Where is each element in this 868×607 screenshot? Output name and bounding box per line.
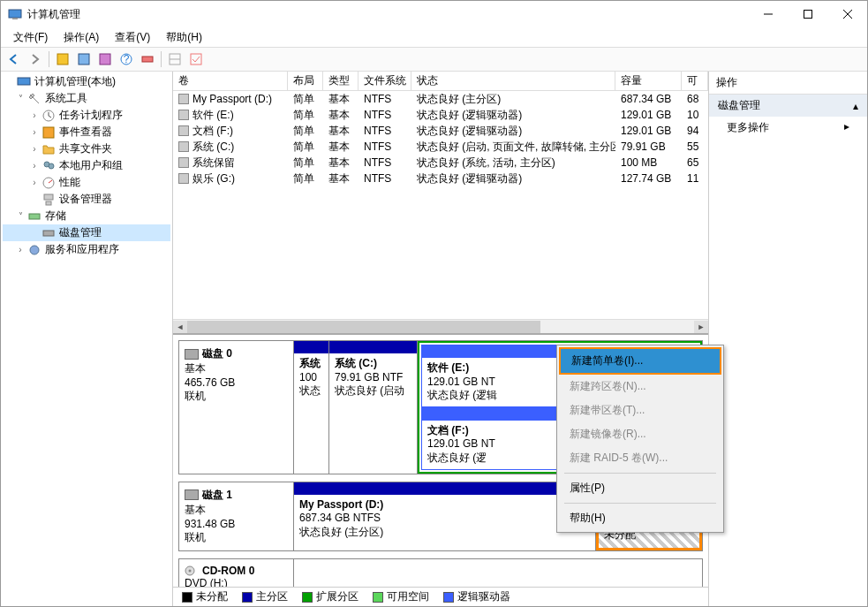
tree-event-viewer[interactable]: › 事件查看器: [3, 124, 170, 140]
menu-help[interactable]: 帮助(H): [159, 28, 209, 47]
back-button[interactable]: [4, 49, 24, 69]
partition-f[interactable]: 文档 (F:) 129.01 GB NT 状态良好 (逻: [421, 407, 560, 470]
disk1-size: 931.48 GB: [185, 518, 288, 530]
ctx-new-spanned-volume: 新建跨区卷(N)...: [559, 375, 721, 398]
help-button[interactable]: ?: [117, 49, 136, 69]
titlebar: 计算机管理: [1, 1, 867, 27]
volume-row[interactable]: 软件 (E:)简单基本NTFS状态良好 (逻辑驱动器)129.01 GB10: [173, 107, 708, 123]
services-icon: [27, 243, 42, 257]
partition-e[interactable]: 软件 (E:) 129.01 GB NT 状态良好 (逻辑: [421, 345, 560, 407]
disk-icon: [42, 226, 56, 240]
disk0-info[interactable]: 磁盘 0 基本 465.76 GB 联机: [179, 341, 294, 474]
partition-d[interactable]: My Passport (D:) 687.34 GB NTFS 状态良好 (主分…: [294, 482, 596, 550]
volume-capacity: 127.74 GB: [615, 171, 682, 186]
disk1-info[interactable]: 磁盘 1 基本 931.48 GB 联机: [179, 482, 294, 550]
tree-system-tools[interactable]: ˅ 系统工具: [3, 90, 170, 107]
toolbar-icon[interactable]: [138, 49, 157, 69]
col-type[interactable]: 类型: [323, 72, 359, 90]
minimize-button[interactable]: [748, 1, 788, 27]
app-icon: [8, 7, 22, 21]
toolbar-icon[interactable]: [53, 49, 72, 69]
tree-label: 性能: [59, 175, 80, 190]
volume-row[interactable]: 系统 (C:)简单基本NTFS状态良好 (启动, 页面文件, 故障转储, 主分区…: [173, 139, 708, 155]
ctx-help[interactable]: 帮助(H): [559, 506, 721, 530]
close-button[interactable]: [827, 1, 867, 27]
menu-view[interactable]: 查看(V): [108, 28, 157, 47]
col-capacity[interactable]: 容量: [615, 72, 682, 90]
volume-status: 状态良好 (逻辑驱动器): [411, 107, 615, 124]
volume-icon: [178, 125, 189, 136]
horizontal-scrollbar[interactable]: ◄ ►: [173, 319, 708, 333]
col-status[interactable]: 状态: [411, 72, 615, 90]
volume-type: 基本: [323, 139, 359, 156]
col-volume[interactable]: 卷: [173, 72, 288, 90]
actions-pane: 操作 磁盘管理 ▴ 更多操作 ▸: [708, 72, 867, 606]
volume-type: 基本: [323, 107, 359, 124]
disk-row-cdrom: CD-ROM 0 DVD (H:): [178, 558, 703, 587]
scroll-left-icon[interactable]: ◄: [173, 321, 187, 333]
tree-shared-folders[interactable]: › 共享文件夹: [3, 140, 170, 157]
volume-row[interactable]: 娱乐 (G:)简单基本NTFS状态良好 (逻辑驱动器)127.74 GB11: [173, 171, 708, 186]
tree-local-users[interactable]: › 本地用户和组: [3, 157, 170, 174]
scroll-right-icon[interactable]: ►: [694, 321, 708, 333]
legend-unallocated: 未分配: [196, 589, 228, 604]
scroll-thumb[interactable]: [187, 321, 540, 333]
menubar: 文件(F) 操作(A) 查看(V) 帮助(H): [1, 27, 867, 47]
perf-icon: [42, 176, 56, 190]
toolbar-icon[interactable]: [74, 49, 94, 69]
actions-more[interactable]: 更多操作 ▸: [709, 117, 867, 139]
actions-header: 操作: [709, 72, 867, 95]
tools-icon: [27, 92, 42, 106]
col-layout[interactable]: 布局: [288, 72, 323, 90]
clock-icon: [42, 109, 56, 123]
partition-reserved[interactable]: 系统 100 状态: [294, 341, 329, 474]
tree-disk-management[interactable]: › 磁盘管理: [3, 224, 170, 241]
volume-row[interactable]: My Passport (D:)简单基本NTFS状态良好 (主分区)687.34…: [173, 91, 708, 107]
volume-free: 68: [682, 92, 708, 106]
menu-action[interactable]: 操作(A): [57, 28, 106, 47]
volume-capacity: 79.91 GB: [615, 140, 682, 154]
volume-name: 文档 (F:): [192, 124, 233, 139]
ctx-new-striped-volume: 新建带区卷(T)...: [559, 398, 721, 422]
tree-pane: ▸ 计算机管理(本地) ˅ 系统工具 › 任务计划程序 › 事件查看器 ›: [1, 72, 173, 606]
tree-root[interactable]: ▸ 计算机管理(本地): [3, 73, 170, 90]
svg-rect-17: [43, 127, 54, 138]
svg-rect-3: [804, 11, 811, 19]
col-filesystem[interactable]: 文件系统: [359, 72, 411, 90]
forward-button[interactable]: [26, 49, 45, 69]
tree-performance[interactable]: › 性能: [3, 174, 170, 191]
menu-file[interactable]: 文件(F): [6, 28, 55, 47]
volume-row[interactable]: 系统保留简单基本NTFS状态良好 (系统, 活动, 主分区)100 MB65: [173, 155, 708, 171]
ctx-properties[interactable]: 属性(P): [559, 476, 721, 500]
toolbar-icon[interactable]: [186, 49, 206, 69]
actions-more-label: 更多操作: [727, 120, 769, 135]
tree-label: 本地用户和组: [59, 158, 123, 173]
tree-storage[interactable]: ˅ 存储: [3, 208, 170, 224]
tree-services-apps[interactable]: › 服务和应用程序: [3, 241, 170, 258]
volume-row[interactable]: 文档 (F:)简单基本NTFS状态良好 (逻辑驱动器)129.01 GB94: [173, 123, 708, 139]
ctx-new-simple-volume[interactable]: 新建简单卷(I)...: [559, 347, 721, 375]
volume-type: 基本: [323, 91, 359, 108]
chevron-right-icon: ▸: [844, 120, 849, 135]
toolbar-icon[interactable]: [95, 49, 115, 69]
volume-status: 状态良好 (系统, 活动, 主分区): [411, 155, 615, 171]
svg-rect-24: [29, 214, 40, 219]
volume-free: 65: [682, 156, 708, 170]
tree-device-manager[interactable]: › 设备管理器: [3, 191, 170, 208]
col-free[interactable]: 可: [682, 72, 708, 90]
volume-name: My Passport (D:): [192, 93, 272, 105]
partition-c[interactable]: 系统 (C:) 79.91 GB NTF 状态良好 (启动: [329, 341, 418, 474]
volume-icon: [178, 94, 189, 104]
ctx-new-mirror-volume: 新建镜像卷(R)...: [559, 422, 721, 446]
volume-free: 55: [682, 140, 708, 154]
cdrom-info[interactable]: CD-ROM 0 DVD (H:): [179, 559, 294, 587]
disk0-size: 465.76 GB: [185, 376, 288, 389]
cdrom-icon: [185, 565, 202, 577]
volume-fs: NTFS: [359, 140, 411, 154]
cdrom-sub: DVD (H:): [185, 577, 288, 587]
svg-rect-7: [79, 54, 89, 64]
actions-section[interactable]: 磁盘管理 ▴: [709, 95, 867, 117]
toolbar-icon[interactable]: [165, 49, 185, 69]
tree-task-scheduler[interactable]: › 任务计划程序: [3, 107, 170, 124]
maximize-button[interactable]: [788, 1, 827, 27]
